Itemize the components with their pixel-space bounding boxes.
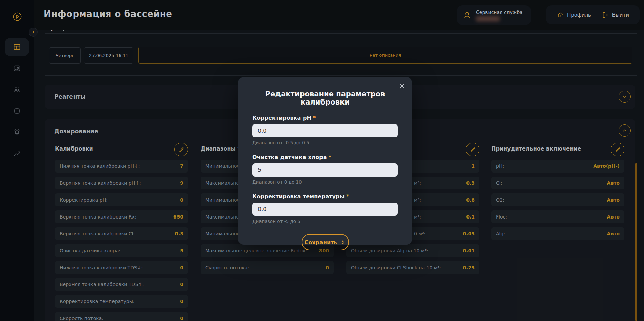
ph-correction-field: Корректировка pH* Диапазон от -0.5 до 0.… <box>252 115 398 145</box>
pool-dashboard-app: Процесс Четверг 27.06.2025 16:11 нет опи… <box>0 0 644 321</box>
required-asterisk: * <box>346 193 349 200</box>
chlorine-sensor-cleaning-field: Очистка датчика хлора* Диапазон от 0 до … <box>252 154 398 185</box>
field-hint: Диапазон от -0.5 до 0.5 <box>252 140 398 145</box>
field-label: Корректировка pH* <box>252 115 398 121</box>
calibration-edit-modal: Редактирование параметров калибровки Кор… <box>238 77 412 245</box>
ph-correction-input[interactable] <box>252 124 398 137</box>
field-label: Корректировка температуры* <box>252 193 398 200</box>
field-hint: Диапазон от -5 до 5 <box>252 219 398 224</box>
field-hint: Диапазон от 0 до 10 <box>252 179 398 185</box>
temperature-correction-field: Корректировка температуры* Диапазон от -… <box>252 193 398 224</box>
temperature-correction-input[interactable] <box>252 203 398 216</box>
close-icon <box>398 82 407 90</box>
required-asterisk: * <box>313 115 316 121</box>
required-asterisk: * <box>328 154 331 160</box>
close-button[interactable] <box>398 82 407 90</box>
modal-title: Редактирование параметров калибровки <box>252 90 398 106</box>
chevron-right-icon <box>340 240 346 245</box>
save-button[interactable]: Сохранить <box>302 234 349 250</box>
field-label: Очистка датчика хлора* <box>252 154 398 160</box>
chlorine-sensor-cleaning-input[interactable] <box>252 163 398 177</box>
save-button-label: Сохранить <box>305 239 337 246</box>
